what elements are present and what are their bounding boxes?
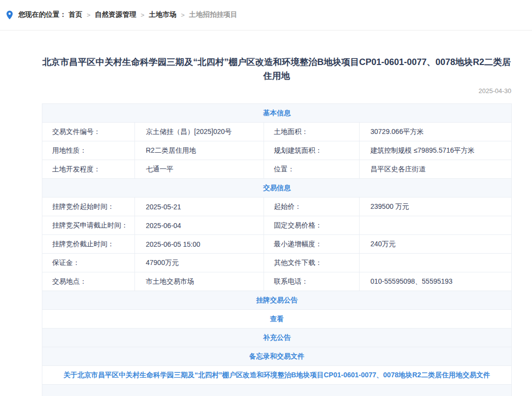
section-title: 备忘录和交易文件 <box>42 347 512 366</box>
section-row-listing-announcement: 挂牌交易公告 <box>42 291 512 310</box>
publish-date: 2025-04-30 <box>42 88 511 95</box>
field-value: 2025-06-04 <box>135 216 264 235</box>
field-label: 土地开发程度： <box>42 160 135 179</box>
breadcrumb: 您现在的位置： 首页 > 自然资源管理 > 土地市场 > 土地招拍挂项目 <box>0 0 532 20</box>
field-value: 30729.066平方米 <box>360 123 512 141</box>
field-label: 土地面积： <box>264 123 360 141</box>
field-value: 京土储挂（昌）[2025]020号 <box>135 123 264 141</box>
field-value: 2025-05-21 <box>135 198 264 216</box>
table-row-deposit: 保证金： 47900万元 其他文件下载： <box>42 254 512 272</box>
breadcrumb-item-home[interactable]: 首页 <box>68 10 82 19</box>
section-title: 基本信息 <box>42 104 512 123</box>
field-label: 位置： <box>264 160 360 179</box>
field-label: 用地性质： <box>42 141 135 160</box>
field-label: 挂牌竞价起始时间： <box>42 198 135 216</box>
section-row-supplementary-announcement: 补充公告 <box>42 329 512 347</box>
field-label: 起始价： <box>264 198 360 216</box>
breadcrumb-item-land-market[interactable]: 土地市场 <box>149 10 176 19</box>
breadcrumb-separator: > <box>181 11 185 19</box>
section-title: 交易信息 <box>42 179 512 198</box>
table-row-application-deadline: 挂牌竞买申请截止时间： 2025-06-04 固定交易价格： <box>42 216 512 235</box>
field-value: 昌平区史各庄街道 <box>360 160 512 179</box>
table-row-view-link: 查看 <box>42 310 512 329</box>
field-value: 47900万元 <box>135 254 264 272</box>
field-label: 最小递增幅度： <box>264 235 360 254</box>
field-value: 239500 万元 <box>360 198 512 216</box>
field-value: 市土地交易市场 <box>135 272 264 291</box>
field-value <box>360 254 512 272</box>
field-label: 挂牌竞价截止时间： <box>42 235 135 254</box>
breadcrumb-item-current: 土地招拍挂项目 <box>189 10 237 19</box>
land-info-table: 基本信息 交易文件编号： 京土储挂（昌）[2025]020号 土地面积： 307… <box>42 103 512 396</box>
breadcrumb-separator: > <box>141 11 145 19</box>
field-value: 建筑控制规模 ≤79895.5716平方米 <box>360 141 512 160</box>
field-label: 交易文件编号： <box>42 123 135 141</box>
table-row-transaction-document-link: 关于北京市昌平区中关村生命科学园三期及“北四村”棚户区改造和环境整治B地块项目C… <box>42 366 512 385</box>
breadcrumb-item-natural-resources[interactable]: 自然资源管理 <box>95 10 136 19</box>
field-value: 七通一平 <box>135 160 264 179</box>
section-row-memo-and-documents: 备忘录和交易文件 <box>42 347 512 366</box>
field-label: 联系电话： <box>264 272 360 291</box>
field-label: 保证金： <box>42 254 135 272</box>
content-container: 北京市昌平区中关村生命科学园三期及“北四村”棚户区改造和环境整治B地块项目CP0… <box>42 55 511 396</box>
transaction-document-link[interactable]: 关于北京市昌平区中关村生命科学园三期及“北四村”棚户区改造和环境整治B地块项目C… <box>64 371 490 379</box>
header-divider <box>0 30 532 31</box>
field-value: R2二类居住用地 <box>135 141 264 160</box>
table-row-doc-number: 交易文件编号： 京土储挂（昌）[2025]020号 土地面积： 30729.06… <box>42 123 512 141</box>
breadcrumb-label: 您现在的位置： <box>18 10 66 19</box>
section-title <box>42 385 512 396</box>
field-label: 规划建筑面积： <box>264 141 360 160</box>
table-row-bid-deadline: 挂牌竞价截止时间： 2025-06-05 15:00 最小递增幅度： 240万元 <box>42 235 512 254</box>
field-value <box>360 216 512 235</box>
table-row-bid-start: 挂牌竞价起始时间： 2025-05-21 起始价： 239500 万元 <box>42 198 512 216</box>
field-label: 挂牌竞买申请截止时间： <box>42 216 135 235</box>
field-value: 010-55595098、55595193 <box>360 272 512 291</box>
table-row-venue: 交易地点： 市土地交易市场 联系电话： 010-55595098、5559519… <box>42 272 512 291</box>
location-pin-icon <box>6 10 13 20</box>
field-label: 固定交易价格： <box>264 216 360 235</box>
field-label: 其他文件下载： <box>264 254 360 272</box>
section-title: 补充公告 <box>42 329 512 347</box>
field-value: 2025-06-05 15:00 <box>135 235 264 254</box>
field-value: 240万元 <box>360 235 512 254</box>
breadcrumb-separator: > <box>87 11 91 19</box>
section-title: 挂牌交易公告 <box>42 291 512 310</box>
field-label: 交易地点： <box>42 272 135 291</box>
table-row-development-level: 土地开发程度： 七通一平 位置： 昌平区史各庄街道 <box>42 160 512 179</box>
section-row-transaction-info: 交易信息 <box>42 179 512 198</box>
table-row-land-use: 用地性质： R2二类居住用地 规划建筑面积： 建筑控制规模 ≤79895.571… <box>42 141 512 160</box>
section-row-clipped <box>42 385 512 396</box>
page-title: 北京市昌平区中关村生命科学园三期及“北四村”棚户区改造和环境整治B地块项目CP0… <box>42 55 511 83</box>
section-row-basic-info: 基本信息 <box>42 104 512 123</box>
view-link[interactable]: 查看 <box>270 315 284 323</box>
